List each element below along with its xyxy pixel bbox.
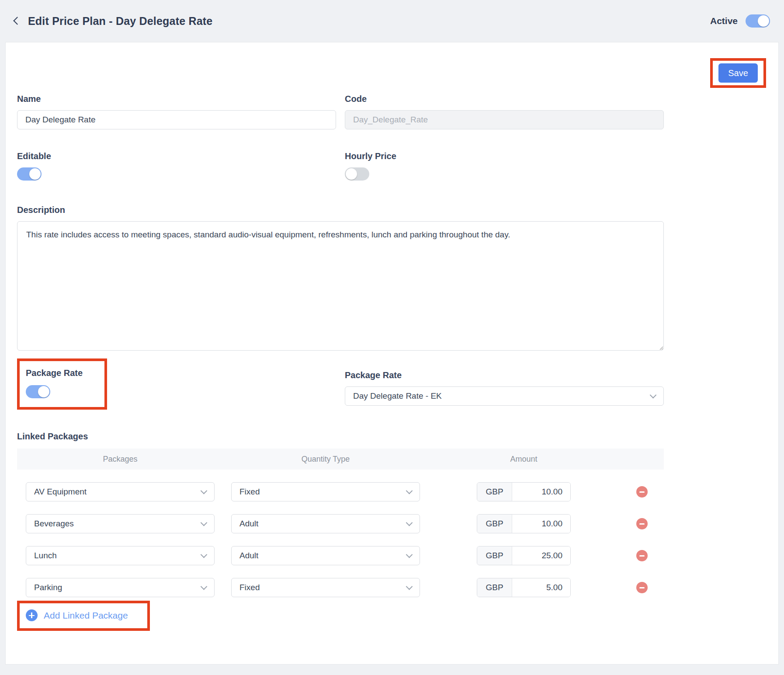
quantity-type-value: Adult	[239, 551, 258, 560]
toggle-knob	[758, 15, 769, 27]
save-row: Save	[17, 42, 766, 88]
package-select-value: Parking	[34, 583, 62, 592]
package-select[interactable]: Beverages	[26, 514, 215, 533]
package-rate-row: Package Rate Package Rate Day Delegate R…	[17, 358, 664, 410]
description-label: Description	[17, 205, 664, 215]
remove-row-button[interactable]	[636, 550, 648, 561]
package-select-value: Lunch	[34, 551, 57, 560]
add-linked-package-annotation-box: Add Linked Package	[17, 601, 150, 631]
linked-package-row: Beverages Adult GBP	[17, 514, 664, 533]
chevron-down-icon	[650, 391, 657, 398]
editable-label: Editable	[17, 151, 336, 161]
quantity-type-value: Adult	[239, 519, 258, 529]
package-select[interactable]: AV Equipment	[26, 482, 215, 501]
save-annotation-box: Save	[710, 58, 766, 88]
package-select[interactable]: Parking	[26, 578, 215, 597]
quantity-type-value: Fixed	[239, 487, 260, 497]
amount-input[interactable]	[512, 546, 570, 565]
linked-package-row: Parking Fixed GBP	[17, 578, 664, 597]
plus-icon	[26, 609, 38, 621]
code-field-group: Code	[345, 94, 664, 129]
currency-label: GBP	[477, 483, 512, 501]
amount-input[interactable]	[512, 578, 570, 597]
package-select-value: AV Equipment	[34, 487, 87, 497]
description-textarea[interactable]: This rate includes access to meeting spa…	[17, 221, 664, 351]
chevron-down-icon	[201, 583, 208, 590]
save-button[interactable]: Save	[718, 63, 758, 83]
linked-package-row: AV Equipment Fixed GBP	[17, 482, 664, 501]
amount-group: GBP	[477, 546, 571, 565]
description-field-group: Description This rate includes access to…	[17, 205, 664, 352]
currency-label: GBP	[477, 515, 512, 533]
amount-input[interactable]	[512, 515, 570, 533]
remove-row-button[interactable]	[636, 518, 648, 529]
add-linked-package-label: Add Linked Package	[44, 610, 128, 621]
package-rate-select[interactable]: Day Delegate Rate - EK	[345, 386, 664, 406]
add-linked-package-button[interactable]: Add Linked Package	[20, 603, 147, 628]
active-label: Active	[710, 16, 738, 26]
linked-package-row: Lunch Adult GBP	[17, 546, 664, 565]
linked-packages-header: Packages Quantity Type Amount	[17, 449, 664, 470]
currency-label: GBP	[477, 546, 512, 565]
chevron-down-icon	[201, 487, 208, 494]
quantity-type-value: Fixed	[239, 583, 260, 592]
chevron-down-icon	[406, 551, 413, 558]
quantity-type-select[interactable]: Fixed	[231, 578, 420, 597]
package-select-value: Beverages	[34, 519, 74, 529]
linked-packages-rows: AV Equipment Fixed GBP Beverages	[17, 482, 664, 597]
name-input[interactable]	[17, 110, 336, 129]
remove-row-button[interactable]	[636, 486, 648, 498]
package-rate-toggle-label: Package Rate	[26, 368, 83, 378]
chevron-down-icon	[406, 583, 413, 590]
quantity-type-select[interactable]: Adult	[231, 546, 420, 565]
package-rate-annotation-box: Package Rate	[17, 358, 107, 410]
col-header-quantity-type: Quantity Type	[231, 455, 420, 464]
hourly-price-toggle[interactable]	[345, 167, 369, 181]
editable-toggle[interactable]	[17, 167, 42, 181]
chevron-down-icon	[406, 487, 413, 494]
remove-row-button[interactable]	[636, 582, 648, 593]
top-header: Edit Price Plan - Day Delegate Rate Acti…	[0, 0, 784, 42]
code-label: Code	[345, 94, 664, 104]
name-label: Name	[17, 94, 336, 104]
package-rate-toggle[interactable]	[26, 385, 50, 398]
col-header-packages: Packages	[26, 455, 215, 464]
toggle-knob	[29, 168, 41, 180]
currency-label: GBP	[477, 578, 512, 597]
edit-price-plan-card: Save Name Code Editable Hourly Price	[5, 42, 779, 665]
hourly-price-label: Hourly Price	[345, 151, 664, 161]
header-right: Active	[710, 14, 770, 28]
name-code-row: Name Code	[17, 94, 664, 129]
package-rate-select-label: Package Rate	[345, 370, 664, 380]
quantity-type-select[interactable]: Fixed	[231, 482, 420, 501]
code-input	[345, 110, 664, 129]
chevron-down-icon	[406, 519, 413, 526]
name-field-group: Name	[17, 94, 336, 129]
package-rate-toggle-group: Package Rate	[17, 358, 336, 410]
linked-packages-title: Linked Packages	[17, 431, 664, 442]
toggles-row: Editable Hourly Price	[17, 151, 664, 181]
package-select[interactable]: Lunch	[26, 546, 215, 565]
amount-group: GBP	[477, 514, 571, 533]
toggle-knob	[38, 386, 49, 397]
page-title: Edit Price Plan - Day Delegate Rate	[28, 15, 212, 28]
editable-field-group: Editable	[17, 151, 336, 181]
amount-input[interactable]	[512, 483, 570, 501]
package-rate-select-group: Package Rate Day Delegate Rate - EK	[345, 358, 664, 406]
back-icon[interactable]	[10, 15, 23, 27]
amount-group: GBP	[477, 482, 571, 501]
amount-group: GBP	[477, 578, 571, 597]
hourly-price-field-group: Hourly Price	[345, 151, 664, 181]
active-toggle[interactable]	[746, 14, 770, 28]
toggle-knob	[346, 168, 357, 180]
quantity-type-select[interactable]: Adult	[231, 514, 420, 533]
chevron-down-icon	[201, 551, 208, 558]
form-content: Name Code Editable Hourly Price Descript…	[17, 94, 664, 631]
col-header-amount: Amount	[477, 455, 571, 464]
package-rate-select-value: Day Delegate Rate - EK	[353, 391, 442, 401]
chevron-down-icon	[201, 519, 208, 526]
